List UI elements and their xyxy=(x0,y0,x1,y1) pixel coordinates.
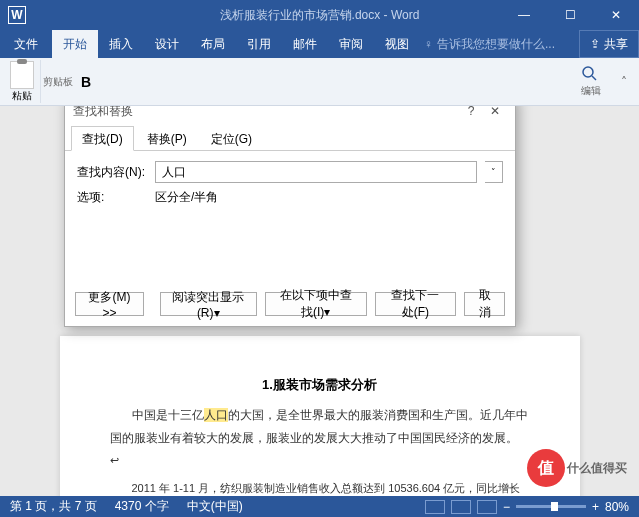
find-next-button[interactable]: 查找下一处(F) xyxy=(375,292,456,316)
paste-icon[interactable] xyxy=(10,61,34,89)
doc-paragraph: 中国是十三亿人口的大国，是全世界最大的服装消费国和生产国。近几年中国的服装业有着… xyxy=(110,404,530,470)
replace-tab[interactable]: 替换(P) xyxy=(136,126,198,151)
view-tab[interactable]: 视图 xyxy=(374,30,420,58)
document-page: 1.服装市场需求分析 中国是十三亿人口的大国，是全世界最大的服装消费国和生产国。… xyxy=(60,336,580,496)
status-bar: 第 1 页，共 7 页 4370 个字 中文(中国) − + 80% xyxy=(0,496,639,517)
zoom-out-button[interactable]: − xyxy=(503,500,510,514)
clipboard-group: 粘贴 xyxy=(4,60,41,103)
find-tab[interactable]: 查找(D) xyxy=(71,126,134,151)
read-mode-button[interactable] xyxy=(425,500,445,514)
ribbon-tabs: 文件 开始 插入 设计 布局 引用 邮件 审阅 视图 ♀ 告诉我您想要做什么..… xyxy=(0,30,639,58)
tell-me-search[interactable]: ♀ 告诉我您想要做什么... xyxy=(424,30,555,58)
file-tab[interactable]: 文件 xyxy=(0,30,52,58)
page-status[interactable]: 第 1 页，共 7 页 xyxy=(10,498,97,515)
print-layout-button[interactable] xyxy=(451,500,471,514)
dialog-help-button[interactable]: ? xyxy=(459,106,483,118)
find-in-button[interactable]: 在以下项中查找(I)▾ xyxy=(265,292,367,316)
share-button[interactable]: ⇪ 共享 xyxy=(579,30,639,58)
reading-highlight-button[interactable]: 阅读突出显示(R)▾ xyxy=(160,292,257,316)
svg-point-0 xyxy=(583,67,593,77)
ribbon: 粘贴 剪贴板 B 编辑 ˄ xyxy=(0,58,639,106)
smzdm-logo-icon: 值 xyxy=(527,449,565,487)
maximize-button[interactable]: ☐ xyxy=(547,0,593,30)
find-replace-dialog: 查找和替换 ? ✕ 查找(D) 替换(P) 定位(G) 查找内容(N): ˅ 选… xyxy=(64,106,516,327)
design-tab[interactable]: 设计 xyxy=(144,30,190,58)
document-title: 浅析服装行业的市场营销.docx - Word xyxy=(220,7,420,24)
minimize-button[interactable]: — xyxy=(501,0,547,30)
more-button[interactable]: 更多(M) >> xyxy=(75,292,144,316)
layout-tab[interactable]: 布局 xyxy=(190,30,236,58)
zoom-in-button[interactable]: + xyxy=(592,500,599,514)
zoom-level[interactable]: 80% xyxy=(605,500,629,514)
insert-tab[interactable]: 插入 xyxy=(98,30,144,58)
clipboard-label: 剪贴板 xyxy=(43,75,73,89)
doc-heading: 1.服装市场需求分析 xyxy=(110,376,530,394)
dialog-close-button[interactable]: ✕ xyxy=(483,106,507,118)
review-tab[interactable]: 审阅 xyxy=(328,30,374,58)
find-content-input[interactable] xyxy=(155,161,477,183)
home-tab[interactable]: 开始 xyxy=(52,30,98,58)
smzdm-watermark: 值 什么值得买 xyxy=(527,449,627,487)
options-label: 选项: xyxy=(77,189,147,206)
mailings-tab[interactable]: 邮件 xyxy=(282,30,328,58)
collapse-ribbon-icon[interactable]: ˄ xyxy=(613,75,635,89)
cancel-button[interactable]: 取消 xyxy=(464,292,505,316)
close-button[interactable]: ✕ xyxy=(593,0,639,30)
options-value: 区分全/半角 xyxy=(155,189,218,206)
find-content-label: 查找内容(N): xyxy=(77,164,147,181)
references-tab[interactable]: 引用 xyxy=(236,30,282,58)
share-icon: ⇪ xyxy=(590,37,600,51)
word-app-icon: W xyxy=(8,6,26,24)
search-highlight: 人口 xyxy=(204,408,228,422)
svg-line-1 xyxy=(592,76,596,80)
title-bar: W 浅析服装行业的市场营销.docx - Word — ☐ ✕ xyxy=(0,0,639,30)
doc-paragraph: 2011 年 1-11 月，纺织服装制造业销售收入总额达到 10536.604 … xyxy=(110,478,530,496)
language-status[interactable]: 中文(中国) xyxy=(187,498,243,515)
document-workspace: 查找和替换 ? ✕ 查找(D) 替换(P) 定位(G) 查找内容(N): ˅ 选… xyxy=(0,106,639,496)
lightbulb-icon: ♀ xyxy=(424,37,433,51)
find-history-dropdown[interactable]: ˅ xyxy=(485,161,503,183)
web-layout-button[interactable] xyxy=(477,500,497,514)
goto-tab[interactable]: 定位(G) xyxy=(200,126,263,151)
bold-button[interactable]: B xyxy=(81,74,91,90)
zoom-slider[interactable] xyxy=(516,505,586,508)
editing-group[interactable]: 编辑 xyxy=(571,65,611,98)
word-count[interactable]: 4370 个字 xyxy=(115,498,169,515)
dialog-title: 查找和替换 xyxy=(73,106,459,120)
paste-label: 粘贴 xyxy=(12,89,32,103)
find-icon xyxy=(581,65,597,81)
